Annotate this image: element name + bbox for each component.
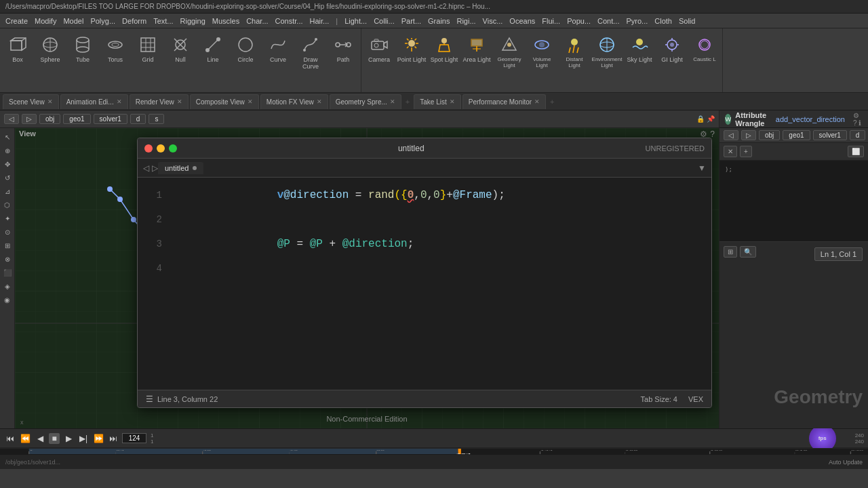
nav-forward-button[interactable]: ▷ [22, 114, 37, 124]
rp-breadcrumb-obj[interactable]: obj [759, 130, 780, 140]
tool-camera[interactable]: Camera [363, 31, 395, 65]
tool-box[interactable]: Box [1, 31, 34, 65]
menu-char[interactable]: Char... [246, 17, 268, 25]
menu-grains[interactable]: Grains [428, 17, 450, 25]
rp-breadcrumb-geo1[interactable]: geo1 [783, 130, 810, 140]
menu-part[interactable]: Part... [401, 17, 421, 25]
rp-nav-back[interactable]: ◁ [724, 130, 738, 140]
menu-text[interactable]: Text... [153, 17, 173, 25]
tab-animation-editor[interactable]: Animation Edi... ✕ [60, 94, 128, 109]
btn-step-back[interactable]: ◀ [34, 432, 46, 445]
scale-tool-btn[interactable]: ⊿ [1, 185, 14, 197]
tool-torus[interactable]: Torus [99, 31, 132, 65]
menu-pyro[interactable]: Pyro... [626, 17, 648, 25]
tool-circle[interactable]: Circle [229, 31, 262, 65]
timeline-ruler[interactable]: 1 24 48 72 96 124 144 168 192 216 240 [0, 448, 868, 454]
tool-sky-light[interactable]: Sky Light [623, 31, 656, 65]
editor-nav-back[interactable]: ◁ [143, 163, 149, 173]
viewport[interactable]: View ⚙ ? 人人素材 x [15, 128, 719, 428]
rp-zoom-fit[interactable]: ⊞ [724, 246, 737, 258]
menu-solid[interactable]: Solid [679, 17, 695, 25]
tab-render-view-close[interactable]: ✕ [177, 98, 182, 105]
tab-composite-view[interactable]: Composite View ✕ [190, 94, 259, 109]
breadcrumb-solver1[interactable]: solver1 [94, 114, 127, 124]
menu-light[interactable]: Light... [344, 17, 367, 25]
tool-area-light[interactable]: Area Light [460, 31, 493, 65]
tab-motion-fx-view[interactable]: Motion FX View ✕ [260, 94, 328, 109]
tool-distant-light[interactable]: Distant Light [558, 31, 591, 70]
tool-null[interactable]: Null [164, 31, 197, 65]
rp-breadcrumb-d[interactable]: d [850, 130, 866, 140]
wire-tool-btn[interactable]: ◈ [1, 280, 14, 292]
btn-next-key[interactable]: ⏩ [92, 432, 104, 445]
tab-performance-monitor[interactable]: Performance Monitor ✕ [462, 94, 546, 109]
editor-content[interactable]: 1 v@direction = rand({0,0,0}+@Frame); 2 [138, 178, 711, 390]
breadcrumb-geo1[interactable]: geo1 [63, 114, 90, 124]
tool-point-light[interactable]: Point Light [395, 31, 428, 65]
tab-scene-view-close[interactable]: ✕ [47, 98, 53, 105]
maximize-button[interactable] [169, 144, 177, 152]
rtb-maximize-btn[interactable]: ⬜ [848, 146, 864, 157]
menu-deform[interactable]: Deform [122, 17, 146, 25]
menu-flui[interactable]: Flui... [542, 17, 560, 25]
snap-tool-btn[interactable]: ⬡ [1, 199, 14, 211]
menu-popu[interactable]: Popu... [567, 17, 591, 25]
tool-tube[interactable]: Tube [66, 31, 99, 65]
tool-draw-curve[interactable]: Draw Curve [294, 31, 327, 72]
editor-nav-forward[interactable]: ▷ [152, 163, 158, 173]
tab-composite-view-close[interactable]: ✕ [248, 98, 253, 105]
rp-breadcrumb-solver1[interactable]: solver1 [813, 130, 847, 140]
tool-path[interactable]: Path [327, 31, 359, 65]
rp-zoom-in[interactable]: 🔍 [740, 246, 756, 258]
select-tool-btn[interactable]: ↖ [1, 131, 14, 143]
btn-play[interactable]: ▶ [62, 432, 75, 445]
menu-hair[interactable]: Hair... [310, 17, 330, 25]
btn-go-start[interactable]: ⏮ [4, 432, 16, 445]
editor-tab-untitled[interactable]: untitled [158, 162, 203, 174]
menu-visc[interactable]: Visc... [483, 17, 503, 25]
transform-tool-btn[interactable]: ✥ [1, 158, 14, 170]
rtb-add-btn[interactable]: + [740, 146, 752, 157]
rtb-close-btn[interactable]: ✕ [724, 146, 737, 157]
menu-polyg[interactable]: Polyg... [90, 17, 115, 25]
tool-geometry-light[interactable]: Geometry Light [493, 31, 526, 70]
minimize-button[interactable] [157, 144, 165, 152]
color-tool-btn[interactable]: ◉ [1, 293, 14, 306]
breadcrumb-obj[interactable]: obj [39, 114, 60, 124]
btn-prev-key[interactable]: ⏪ [19, 432, 31, 445]
btn-stop[interactable]: ■ [49, 433, 60, 444]
tab-geometry-spreads-close[interactable]: ✕ [390, 98, 395, 105]
breadcrumb-s[interactable]: s [149, 114, 164, 124]
tool-line[interactable]: Line [197, 31, 229, 65]
menu-cont[interactable]: Cont... [597, 17, 619, 25]
btn-step-fwd[interactable]: ▶| [77, 432, 90, 445]
menu-oceans[interactable]: Oceans [509, 17, 535, 25]
tab-motion-fx-view-close[interactable]: ✕ [317, 98, 322, 105]
tool-environment-light[interactable]: Environment Light [591, 31, 623, 70]
rotate-tool-btn[interactable]: ↺ [1, 171, 14, 184]
handle-tool-btn[interactable]: ✦ [1, 212, 14, 224]
tab-render-view[interactable]: Render View ✕ [130, 94, 189, 109]
menu-modify[interactable]: Modify [35, 17, 56, 25]
tool-gi-light[interactable]: GI Light [656, 31, 688, 65]
close-button[interactable] [144, 144, 153, 152]
tab-performance-monitor-close[interactable]: ✕ [534, 98, 540, 105]
menu-rigi[interactable]: Rigi... [456, 17, 475, 25]
add-tool-btn[interactable]: ⊕ [1, 144, 14, 157]
grid-tool-btn[interactable]: ⊞ [1, 239, 14, 251]
tool-caustic-light[interactable]: Caustic L [688, 31, 721, 64]
tool-volume-light[interactable]: Volume Light [526, 31, 558, 70]
tool-grid[interactable]: Grid [132, 31, 164, 65]
tab-scene-view[interactable]: Scene View ✕ [3, 94, 59, 109]
menu-cloth[interactable]: Cloth [654, 17, 672, 25]
measure-tool-btn[interactable]: ⊗ [1, 253, 14, 265]
nav-back-button[interactable]: ◁ [4, 114, 19, 124]
editor-menu-btn[interactable]: ▼ [698, 163, 706, 173]
menu-colli[interactable]: Colli... [374, 17, 395, 25]
tool-sphere[interactable]: Sphere [34, 31, 66, 65]
attr-wrangle-settings-icon[interactable]: ⚙ ? ℹ [853, 112, 863, 127]
menu-muscles[interactable]: Muscles [212, 17, 239, 25]
menu-model[interactable]: Model [63, 17, 83, 25]
rp-nav-forward[interactable]: ▷ [741, 130, 756, 140]
tab-geometry-spreads[interactable]: Geometry Spre... ✕ [330, 94, 401, 109]
